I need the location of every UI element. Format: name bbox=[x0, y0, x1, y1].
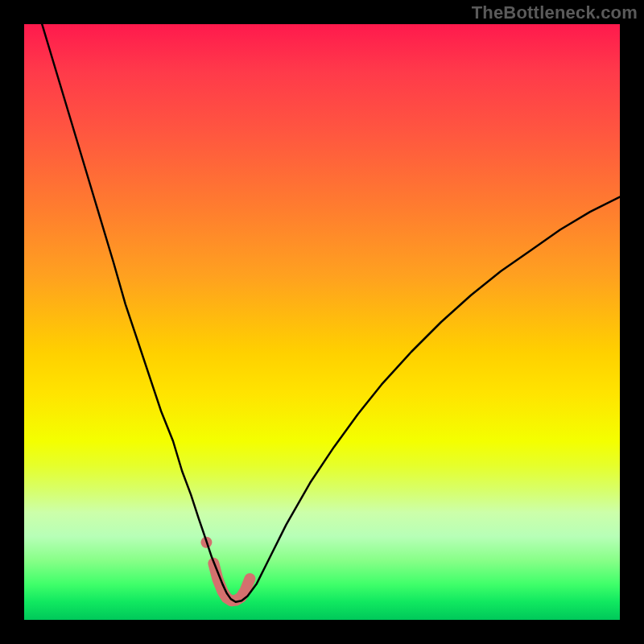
watermark-text: TheBottleneck.com bbox=[472, 2, 638, 23]
highlight-trough bbox=[213, 564, 250, 601]
plot-area bbox=[24, 24, 620, 620]
chart-frame: TheBottleneck.com bbox=[0, 0, 644, 644]
bottleneck-curve bbox=[42, 24, 620, 602]
curve-layer bbox=[24, 24, 620, 620]
